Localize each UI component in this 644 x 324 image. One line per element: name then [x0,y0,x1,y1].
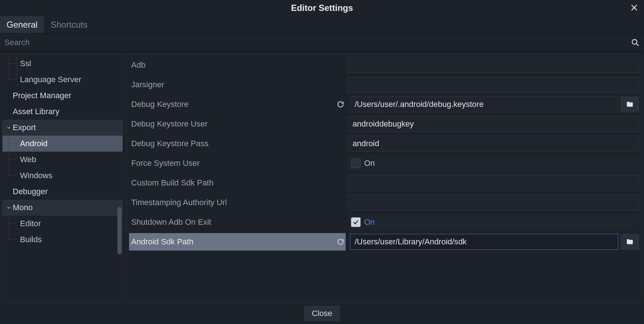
checkbox-icon [351,217,361,227]
force-system-user-toggle-row[interactable]: On [348,155,639,171]
debug-keystore-pass-input[interactable] [348,136,639,152]
sidebar-item-label: Editor [20,219,41,228]
tab-general[interactable]: General [0,16,44,33]
properties-panel: Adb Jarsigner Debug Keystore [126,54,642,300]
folder-icon[interactable] [620,234,639,250]
prop-debug-keystore: Debug Keystore [129,96,639,113]
sidebar-item-label: Builds [20,235,42,244]
window-title: Editor Settings [291,3,353,13]
sidebar-item-asset-library[interactable]: Asset Library [3,104,122,120]
sidebar-item-label: Mono [13,203,33,212]
folder-icon[interactable] [620,96,639,112]
prop-debug-keystore-user: Debug Keystore User [129,115,639,133]
sidebar-item-web[interactable]: Web [3,152,122,168]
timestamping-authority-url-input[interactable] [348,195,639,211]
sidebar-item-label: Project Manager [13,91,71,100]
sidebar: Ssl Language Server Project Manager Asse… [2,54,123,300]
prop-shutdown-adb-on-exit: Shutdown Adb On Exit On [129,213,639,231]
search-row [0,33,644,52]
prop-jarsigner: Jarsigner [129,76,639,93]
sidebar-item-label: Windows [20,171,52,180]
prop-label: Timestamping Authority Url [129,194,346,211]
custom-build-sdk-path-input[interactable] [348,175,639,191]
prop-timestamping-authority-url: Timestamping Authority Url [129,194,639,211]
close-icon[interactable] [629,2,640,13]
sidebar-item-builds[interactable]: Builds [3,232,122,248]
svg-point-0 [632,39,637,44]
chevron-down-icon [5,124,12,131]
tab-shortcuts[interactable]: Shortcuts [44,16,94,33]
sidebar-item-label: Debugger [13,187,48,196]
prop-label: Shutdown Adb On Exit [129,213,346,231]
checkbox-icon [351,159,361,168]
prop-debug-keystore-pass: Debug Keystore Pass [129,135,639,152]
android-sdk-path-input[interactable] [350,234,618,250]
prop-adb: Adb [129,56,639,74]
tab-bar: General Shortcuts [0,16,644,33]
sidebar-item-mono[interactable]: Mono [3,200,122,216]
sidebar-item-label: Web [20,155,36,164]
sidebar-item-language-server[interactable]: Language Server [3,72,122,88]
prop-label: Force System User [129,155,346,172]
reset-icon[interactable] [335,237,346,247]
main-area: Ssl Language Server Project Manager Asse… [0,52,644,302]
sidebar-item-label: Export [13,123,36,132]
prop-label: Debug Keystore User [129,115,346,133]
scrollbar-thumb[interactable] [117,207,122,254]
sidebar-item-android[interactable]: Android [3,136,122,152]
prop-label: Android Sdk Path [129,233,346,251]
prop-label: Adb [129,56,346,74]
search-input[interactable] [0,33,627,51]
title-bar: Editor Settings [0,0,644,16]
sidebar-item-label: Ssl [20,59,31,68]
debug-keystore-input[interactable] [350,96,618,112]
sidebar-item-editor[interactable]: Editor [3,216,122,232]
footer: Close [0,302,644,324]
jarsigner-input[interactable] [348,77,639,93]
prop-custom-build-sdk-path: Custom Build Sdk Path [129,174,639,192]
prop-android-sdk-path: Android Sdk Path [129,233,639,251]
adb-input[interactable] [348,57,639,73]
prop-label: Debug Keystore Pass [129,135,346,152]
toggle-text: On [364,159,375,168]
shutdown-adb-toggle-row[interactable]: On [348,214,639,230]
debug-keystore-user-input[interactable] [348,116,639,132]
sidebar-item-label: Android [20,139,48,148]
prop-label: Debug Keystore [129,96,346,113]
reset-icon[interactable] [335,99,346,109]
toggle-text: On [364,217,375,227]
sidebar-item-windows[interactable]: Windows [3,168,122,184]
prop-label: Custom Build Sdk Path [129,174,346,192]
sidebar-item-label: Asset Library [13,107,59,116]
sidebar-item-export[interactable]: Export [3,120,122,136]
chevron-down-icon [5,204,12,211]
sidebar-item-label: Language Server [20,75,81,84]
close-button[interactable]: Close [304,306,340,321]
sidebar-item-project-manager[interactable]: Project Manager [3,88,122,104]
sidebar-item-debugger[interactable]: Debugger [3,184,122,200]
sidebar-item-ssl[interactable]: Ssl [3,56,122,72]
prop-label: Jarsigner [129,76,346,93]
search-icon[interactable] [627,33,644,51]
prop-force-system-user: Force System User On [129,155,639,172]
